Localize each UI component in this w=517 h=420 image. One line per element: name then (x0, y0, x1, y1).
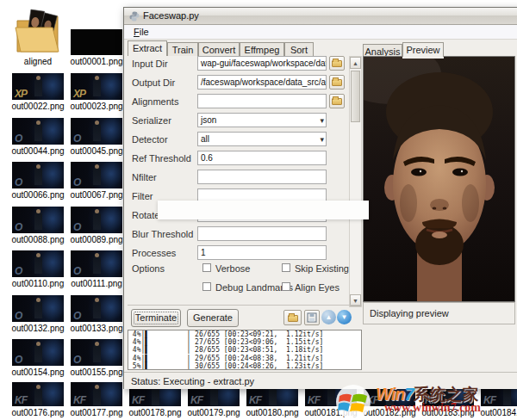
folder-name: aligned (9, 57, 67, 66)
file-item[interactable]: XP out00023.png (67, 73, 126, 111)
output-dir-field[interactable]: /faceswap/workspace/data_src/aligned (197, 75, 327, 90)
verbose-checkbox[interactable] (202, 263, 211, 272)
file-name: out00154.png (9, 368, 67, 377)
folder-icon (332, 79, 342, 86)
file-name: out00067.png (67, 190, 126, 200)
file-item[interactable]: O out00044.png (9, 118, 67, 156)
skip-existing-label: Skip Existing (295, 263, 349, 274)
file-item[interactable]: out00001.png (67, 29, 126, 66)
tab-preview[interactable]: Preview (402, 42, 444, 57)
file-thumbnail: O (71, 207, 122, 233)
alignments-label: Alignments (132, 96, 178, 107)
load-config-button[interactable] (283, 310, 302, 325)
file-name: out00044.png (9, 146, 67, 156)
frame-logo: O (15, 133, 22, 144)
menu-file[interactable]: File (129, 26, 153, 38)
console-line: 5%|▌ | 30/655 [00:24<08:26, 1.23it/s] (128, 362, 361, 370)
face-portrait (364, 57, 515, 302)
file-item[interactable]: XP out00022.png (9, 73, 67, 111)
file-item[interactable]: O out00133.png (67, 295, 126, 333)
tab-train[interactable]: Train (167, 42, 198, 56)
status-text: Status: Executing - extract.py (131, 376, 254, 386)
preview-status: Displaying preview (363, 302, 515, 324)
tab-convert[interactable]: Convert (198, 42, 240, 56)
file-item[interactable]: O out00111.png (67, 250, 126, 288)
frame-logo: O (73, 222, 80, 232)
frame-logo: XP (73, 89, 85, 99)
file-item[interactable]: O out00067.png (67, 162, 126, 200)
file-name: out00088.png (9, 235, 67, 244)
debug-landmarks-checkbox[interactable] (202, 282, 211, 291)
file-thumbnail: O (71, 250, 122, 277)
verbose-label: Verbose (215, 263, 250, 274)
reset-button[interactable]: ▲ (321, 310, 336, 324)
alignments-field[interactable] (197, 94, 327, 108)
file-item[interactable]: O out00110.png (9, 250, 67, 288)
file-item[interactable]: O out00155.png (67, 339, 126, 377)
file-thumbnail: O (12, 118, 64, 145)
person-silhouette (93, 388, 101, 405)
file-thumbnail (71, 29, 122, 55)
folder-icon (332, 60, 342, 67)
title-bar[interactable]: Faceswap.py (124, 8, 517, 25)
site-watermark: Win7系统之家 www.winwin7.com (334, 382, 517, 420)
ref-threshold-field[interactable]: 0.6 (197, 151, 327, 165)
file-item[interactable]: O out00066.png (9, 162, 67, 200)
detector-dropdown[interactable]: all (197, 132, 327, 146)
terminate-button[interactable]: Terminate (131, 309, 181, 327)
frame-logo: KF (249, 395, 261, 405)
console-output[interactable]: 4%|▌ | 26/655 [00:23<09:21, 1.12it/s] 4%… (128, 330, 362, 370)
file-thumbnail: KF (12, 382, 64, 406)
tab-label: Preview (406, 45, 439, 55)
file-name: out00022.png (9, 102, 67, 111)
folder-item-aligned[interactable]: aligned (9, 9, 67, 66)
input-dir-browse-button[interactable] (329, 56, 345, 71)
menu-bar: File (124, 25, 517, 40)
screenshot-root: aligned out00001.png XP out00022.png XP … (0, 0, 517, 420)
console-line: 4%|▌ | 29/655 [00:24<08:38, 1.21it/s] (128, 355, 361, 362)
tab-sort[interactable]: Sort (284, 42, 314, 56)
skip-existing-checkbox[interactable] (282, 263, 290, 272)
person-silhouette (34, 213, 42, 230)
person-silhouette (34, 124, 42, 141)
tab-analysis[interactable]: Analysis (363, 44, 402, 57)
frame-logo: KF (132, 395, 144, 405)
file-name: out00179.png (184, 408, 243, 417)
input-dir-field[interactable]: wap-gui/faceswap/workspace/data_src (197, 56, 327, 71)
form-scrollbar[interactable]: ▲ ▼ (349, 56, 362, 307)
file-name: out00023.png (67, 102, 126, 111)
save-config-button[interactable] (304, 310, 320, 325)
tab-label: Extract (133, 43, 162, 53)
serializer-dropdown[interactable]: json (197, 113, 327, 127)
align-eyes-checkbox[interactable] (282, 282, 290, 291)
file-thumbnail: XP (12, 73, 64, 100)
alignments-browse-button[interactable] (329, 94, 345, 108)
tab-effmpeg[interactable]: Effmpeg (240, 42, 284, 56)
file-thumbnail: O (12, 162, 64, 188)
file-name: out00133.png (67, 324, 126, 333)
file-item[interactable]: O out00088.png (9, 207, 67, 244)
clear-button[interactable]: ▼ (337, 310, 352, 324)
nfilter-field[interactable] (197, 170, 327, 184)
generate-button[interactable]: Generate (187, 309, 239, 327)
python-icon (129, 11, 140, 22)
file-thumbnail: O (12, 339, 64, 366)
scrollbar-thumb[interactable] (351, 71, 360, 122)
file-item[interactable]: O out00089.png (67, 207, 126, 244)
output-dir-browse-button[interactable] (329, 75, 345, 90)
file-item[interactable]: O out00132.png (9, 295, 67, 333)
file-item[interactable]: O out00154.png (9, 339, 67, 377)
file-item[interactable]: O out00045.png (67, 118, 126, 156)
person-silhouette (93, 345, 101, 362)
watermark-url: www.winwin7.com (384, 401, 481, 415)
tab-label: Convert (202, 45, 236, 55)
processes-field[interactable]: 1 (197, 245, 327, 260)
tab-extract[interactable]: Extract (128, 40, 167, 56)
blur-threshold-field[interactable] (197, 226, 327, 241)
scroll-up-icon[interactable]: ▲ (350, 57, 361, 69)
file-thumbnail: O (12, 250, 64, 277)
file-item[interactable]: KF out00177.png (67, 382, 126, 417)
file-item[interactable]: KF out00176.png (9, 382, 67, 417)
frame-logo: O (15, 177, 22, 188)
frame-logo: KF (308, 395, 320, 405)
